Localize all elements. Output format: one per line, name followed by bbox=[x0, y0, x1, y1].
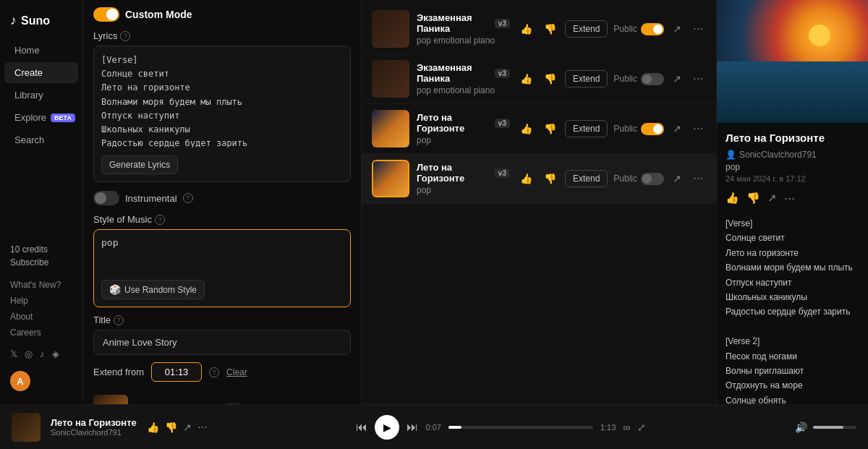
player-share-btn[interactable]: ↗ bbox=[183, 422, 192, 433]
right-panel-actions: 👍 👎 ↗ ⋯ bbox=[726, 192, 859, 205]
link-about[interactable]: About bbox=[10, 309, 72, 324]
public-label-3: Public bbox=[613, 124, 637, 134]
more-button-4[interactable]: ⋯ bbox=[690, 171, 706, 186]
loop-button[interactable]: ∞ bbox=[623, 422, 630, 433]
generate-lyrics-button[interactable]: Generate Lyrics bbox=[101, 155, 178, 174]
extend-song-button-2[interactable]: Extend bbox=[565, 70, 608, 87]
song-item-3[interactable]: Лето на Горизонте v3 pop 👍 👎 Extend Publ… bbox=[362, 104, 716, 154]
public-label-4: Public bbox=[613, 174, 637, 184]
sidebar-label-search: Search bbox=[14, 134, 44, 145]
app-logo[interactable]: ♪ Suno bbox=[0, 7, 82, 40]
play-pause-button[interactable]: ▶ bbox=[375, 415, 399, 440]
right-panel-title: Лето на Горизонте bbox=[726, 132, 859, 144]
right-dislike-button[interactable]: 👎 bbox=[746, 192, 760, 205]
right-more-button[interactable]: ⋯ bbox=[784, 192, 795, 205]
like-button-1[interactable]: 👍 bbox=[517, 22, 535, 36]
public-switch-4[interactable] bbox=[641, 173, 664, 185]
player-dislike-btn[interactable]: 👎 bbox=[165, 422, 177, 433]
extend-time-input[interactable] bbox=[151, 362, 202, 382]
dice-icon: 🎲 bbox=[109, 284, 121, 295]
share-button-3[interactable]: ↗ bbox=[670, 121, 684, 136]
song-item[interactable]: Экзаменная Паника v3 pop emotional piano… bbox=[362, 4, 716, 54]
share-button-2[interactable]: ↗ bbox=[670, 72, 684, 86]
song-info-2: Экзаменная Паника v3 pop emotional piano bbox=[417, 62, 510, 95]
public-switch-1[interactable] bbox=[641, 23, 664, 35]
total-time: 1:13 bbox=[600, 423, 616, 432]
lyrics-help-icon[interactable]: ? bbox=[120, 31, 130, 41]
beach-sun bbox=[809, 25, 830, 46]
random-style-button[interactable]: 🎲 Use Random Style bbox=[101, 280, 205, 299]
sidebar-item-library[interactable]: Library bbox=[4, 85, 78, 106]
custom-mode-toggle[interactable] bbox=[93, 7, 119, 22]
logo-text: Suno bbox=[21, 14, 50, 27]
song-thumb-3 bbox=[372, 110, 409, 147]
dislike-button-3[interactable]: 👎 bbox=[541, 121, 559, 136]
song-actions-1: 👍 👎 Extend Public ↗ ⋯ bbox=[517, 20, 706, 38]
style-help-icon[interactable]: ? bbox=[155, 215, 165, 225]
player-like-btn[interactable]: 👍 bbox=[147, 422, 159, 433]
title-input[interactable] bbox=[93, 330, 351, 355]
subscribe-button[interactable]: Subscribe bbox=[10, 257, 72, 268]
public-switch-2[interactable] bbox=[641, 73, 664, 85]
tiktok-icon[interactable]: ♪ bbox=[40, 348, 45, 359]
title-help-icon[interactable]: ? bbox=[114, 315, 124, 325]
twitter-icon[interactable]: 𝕏 bbox=[10, 348, 17, 359]
song-thumb-1 bbox=[372, 10, 409, 48]
avatar[interactable]: A bbox=[10, 371, 30, 391]
lyrics-box: [Verse] Солнце светит Лето на горизонте … bbox=[93, 46, 351, 182]
like-button-3[interactable]: 👍 bbox=[517, 121, 535, 136]
volume-bar[interactable] bbox=[813, 426, 856, 429]
extend-row: Extend from ? Clear bbox=[93, 362, 351, 382]
right-like-button[interactable]: 👍 bbox=[726, 192, 739, 205]
more-button-2[interactable]: ⋯ bbox=[690, 72, 706, 86]
next-button[interactable]: ⏭ bbox=[407, 421, 418, 434]
player-more-btn[interactable]: ⋯ bbox=[197, 422, 208, 433]
discord-icon[interactable]: ◈ bbox=[52, 348, 59, 359]
sidebar-label-explore: Explore bbox=[14, 112, 46, 123]
link-help[interactable]: Help bbox=[10, 294, 72, 308]
extend-song-button-1[interactable]: Extend bbox=[565, 20, 608, 38]
song-tags-1: pop emotional piano bbox=[417, 35, 510, 46]
link-whats-new[interactable]: What's New? bbox=[10, 278, 72, 292]
right-panel-lyrics: [Verse] Солнце светит Лето на горизонте … bbox=[726, 216, 859, 404]
prev-button[interactable]: ⏮ bbox=[356, 421, 367, 434]
sidebar-item-home[interactable]: Home bbox=[4, 40, 78, 61]
share-button-1[interactable]: ↗ bbox=[670, 22, 684, 36]
song-title-1: Экзаменная Паника v3 bbox=[417, 12, 510, 34]
song-list: Экзаменная Паника v3 pop emotional piano… bbox=[362, 0, 716, 404]
public-switch-3[interactable] bbox=[641, 123, 664, 135]
v3-badge-2: v3 bbox=[495, 69, 510, 78]
link-careers[interactable]: Careers bbox=[10, 325, 72, 340]
public-toggle-4: Public bbox=[613, 173, 664, 185]
dislike-button-1[interactable]: 👎 bbox=[541, 22, 559, 36]
like-button-4[interactable]: 👍 bbox=[517, 171, 535, 186]
extend-song-button-4[interactable]: Extend bbox=[565, 170, 608, 187]
progress-bar[interactable] bbox=[448, 426, 593, 429]
credits-text: 10 credits bbox=[10, 244, 72, 255]
song-item-2[interactable]: Экзаменная Паника v3 pop emotional piano… bbox=[362, 54, 716, 104]
like-button-2[interactable]: 👍 bbox=[517, 72, 535, 86]
sidebar-item-search[interactable]: Search bbox=[4, 129, 78, 150]
instrumental-help-icon[interactable]: ? bbox=[183, 193, 193, 203]
share-button-4[interactable]: ↗ bbox=[670, 171, 684, 186]
instagram-icon[interactable]: ◎ bbox=[25, 348, 33, 359]
song-title-2: Экзаменная Паника v3 bbox=[417, 62, 510, 84]
dislike-button-2[interactable]: 👎 bbox=[541, 72, 559, 86]
more-button-1[interactable]: ⋯ bbox=[690, 22, 706, 36]
lyrics-section-label: Lyrics ? bbox=[93, 30, 351, 41]
expand-button[interactable]: ⤢ bbox=[637, 422, 646, 433]
instrumental-toggle[interactable] bbox=[93, 191, 119, 205]
style-textarea[interactable]: pop bbox=[101, 237, 343, 273]
dislike-button-4[interactable]: 👎 bbox=[541, 171, 559, 186]
lyrics-textarea[interactable]: [Verse] Солнце светит Лето на горизонте … bbox=[101, 54, 343, 147]
right-share-button[interactable]: ↗ bbox=[767, 192, 777, 205]
sidebar-item-create[interactable]: Create bbox=[4, 62, 78, 83]
clear-button[interactable]: Clear bbox=[226, 367, 247, 377]
more-button-3[interactable]: ⋯ bbox=[690, 121, 706, 136]
sidebar-item-explore[interactable]: Explore BETA bbox=[4, 107, 78, 128]
song-item-4[interactable]: Лето на Горизонте v3 pop 👍 👎 Extend Publ… bbox=[362, 154, 716, 204]
volume-icon[interactable]: 🔊 bbox=[795, 422, 807, 433]
sidebar-social: 𝕏 ◎ ♪ ◈ bbox=[10, 343, 72, 365]
extend-help-icon[interactable]: ? bbox=[209, 367, 219, 377]
extend-song-button-3[interactable]: Extend bbox=[565, 120, 608, 137]
